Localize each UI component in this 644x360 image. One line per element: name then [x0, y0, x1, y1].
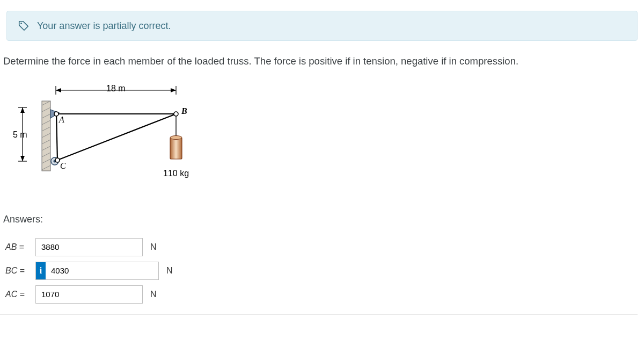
answer-row-ac: AC = N	[5, 285, 638, 304]
feedback-alert: Your answer is partially correct.	[6, 11, 638, 41]
ab-input[interactable]	[35, 238, 143, 256]
answers-heading: Answers:	[0, 192, 644, 238]
dim-left: 5 m	[13, 130, 27, 140]
answers-block: AB = N BC = i N AC = N	[0, 238, 638, 315]
svg-rect-33	[170, 138, 182, 159]
svg-point-0	[20, 23, 22, 24]
svg-marker-9	[20, 107, 25, 113]
answer-row-bc: BC = i N	[5, 262, 638, 280]
ac-input[interactable]	[35, 285, 143, 304]
svg-marker-4	[56, 88, 61, 92]
dim-top: 18 m	[106, 84, 126, 93]
load-label: 110 kg	[163, 169, 189, 178]
answer-label: BC =	[5, 266, 30, 276]
node-b-label: B	[181, 106, 187, 116]
unit-label: N	[150, 290, 157, 299]
answer-row-ab: AB = N	[5, 238, 638, 256]
tag-icon	[18, 20, 30, 32]
node-a-label: A	[59, 115, 64, 125]
bc-input[interactable]	[46, 262, 158, 279]
unit-label: N	[150, 242, 157, 252]
svg-line-27	[56, 114, 57, 160]
svg-point-31	[174, 112, 178, 116]
svg-marker-10	[20, 156, 25, 161]
question-prompt: Determine the force in each member of th…	[0, 54, 644, 80]
svg-point-34	[170, 135, 182, 139]
answer-label: AB =	[5, 242, 30, 252]
feedback-text: Your answer is partially correct.	[37, 20, 171, 32]
svg-point-30	[55, 158, 60, 162]
node-c-label: C	[60, 161, 66, 171]
bc-input-wrap: i	[35, 262, 159, 280]
unit-label: N	[166, 266, 173, 276]
svg-line-28	[57, 114, 176, 160]
info-icon[interactable]: i	[36, 262, 46, 279]
truss-figure: 18 m 5 m A B C 110 kg	[4, 80, 208, 192]
svg-point-29	[54, 112, 58, 116]
answer-label: AC =	[5, 290, 30, 299]
svg-rect-11	[42, 101, 50, 171]
svg-marker-5	[171, 88, 176, 92]
